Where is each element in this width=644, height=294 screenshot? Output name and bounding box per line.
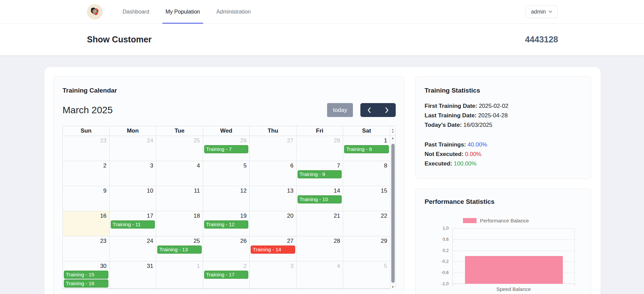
calendar-toolbar: March 2025 today xyxy=(62,103,396,117)
body-scrollbar[interactable]: ▲ ▼ xyxy=(390,136,396,289)
stat-value: 16/03/2025 xyxy=(463,122,492,128)
content-container: Training Calendar March 2025 today xyxy=(44,67,601,294)
performance-balance-bar[interactable] xyxy=(465,256,563,284)
calendar-event-training-7[interactable]: Training - 7 xyxy=(204,145,249,153)
day-cell-29[interactable]: 29 xyxy=(343,236,390,261)
main-nav: DashboardMy PopulationAdministration xyxy=(120,0,264,23)
calendar-scrollbar: ▲ ▼ ▲ ▼ xyxy=(390,126,396,289)
calendar-weekday-header: SunMonTueWedThuFriSat xyxy=(63,126,390,136)
day-cell-5[interactable]: 5 xyxy=(203,161,250,186)
header-scrollbar[interactable]: ▲ ▼ xyxy=(390,126,396,136)
day-cell-31[interactable]: 31 xyxy=(110,261,157,289)
legend-swatch xyxy=(463,218,477,223)
day-cell-19[interactable]: 19Training - 12 xyxy=(203,211,250,236)
calendar-month-title: March 2025 xyxy=(62,105,113,116)
day-cell-28[interactable]: 28 xyxy=(297,136,343,161)
day-cell-14[interactable]: 14Training - 10 xyxy=(297,186,343,211)
calendar-nav-group xyxy=(360,103,396,117)
calendar-buttons: today xyxy=(327,103,396,117)
day-cell-20[interactable]: 20 xyxy=(250,211,297,236)
calendar-grid: SunMonTueWedThuFriSat 23242526Training -… xyxy=(62,126,390,289)
day-number: 24 xyxy=(110,236,156,245)
day-cell-26[interactable]: 26Training - 7 xyxy=(203,136,250,161)
calendar-event-training-16[interactable]: Training - 16 xyxy=(64,279,108,288)
nav-item-administration[interactable]: Administration xyxy=(213,0,254,23)
day-number: 31 xyxy=(110,261,156,270)
day-number: 28 xyxy=(297,136,343,145)
calendar-event-training-9[interactable]: Training - 9 xyxy=(298,170,342,178)
gridline xyxy=(453,228,574,229)
day-cell-9[interactable]: 9 xyxy=(63,186,110,211)
calendar-event-training-10[interactable]: Training - 10 xyxy=(298,195,342,203)
day-cell-24[interactable]: 24 xyxy=(110,136,157,161)
nav-item-dashboard[interactable]: Dashboard xyxy=(120,0,152,23)
prev-month-button[interactable] xyxy=(360,103,378,117)
day-cell-25[interactable]: 25Training - 13 xyxy=(156,236,203,261)
scrollbar-thumb[interactable] xyxy=(391,144,395,283)
day-cell-30[interactable]: 30Training - 15Training - 16 xyxy=(63,261,110,289)
weekday-mon: Mon xyxy=(110,126,157,136)
scroll-down-icon[interactable]: ▼ xyxy=(390,286,395,289)
day-cell-10[interactable]: 10 xyxy=(110,186,157,211)
day-cell-21[interactable]: 21 xyxy=(297,211,343,236)
next-month-button[interactable] xyxy=(378,103,396,117)
day-cell-4[interactable]: 4 xyxy=(156,161,203,186)
day-number: 1 xyxy=(156,261,203,270)
day-cell-25[interactable]: 25 xyxy=(156,136,203,161)
day-cell-23[interactable]: 23 xyxy=(63,236,110,261)
day-cell-12[interactable]: 12 xyxy=(203,186,250,211)
day-cell-28[interactable]: 28 xyxy=(297,236,343,261)
today-button[interactable]: today xyxy=(327,103,353,117)
scroll-up-icon[interactable]: ▲ xyxy=(390,137,395,140)
user-menu-button[interactable]: admin xyxy=(525,5,558,18)
day-cell-6[interactable]: 6 xyxy=(250,161,297,186)
day-cell-22[interactable]: 22 xyxy=(343,211,390,236)
calendar-event-training-15[interactable]: Training - 15 xyxy=(64,271,108,279)
day-cell-2[interactable]: 2Training - 17 xyxy=(203,261,250,289)
performance-chart: 1,00,60,2-0,2-0,6-1,0 xyxy=(452,228,575,284)
day-cell-16[interactable]: 16 xyxy=(63,211,110,236)
day-cell-23[interactable]: 23 xyxy=(63,136,110,161)
calendar-event-training-14[interactable]: Training - 14 xyxy=(251,246,295,254)
day-cell-18[interactable]: 18 xyxy=(156,211,203,236)
day-cell-2[interactable]: 2 xyxy=(63,161,110,186)
day-cell-4[interactable]: 4 xyxy=(297,261,343,289)
day-number: 30 xyxy=(63,261,109,270)
day-cell-17[interactable]: 17Training - 11 xyxy=(110,211,157,236)
day-cell-26[interactable]: 26 xyxy=(203,236,250,261)
day-cell-24[interactable]: 24 xyxy=(110,236,157,261)
day-cell-7[interactable]: 7Training - 9 xyxy=(297,161,343,186)
day-number: 3 xyxy=(110,161,156,170)
calendar-event-training-11[interactable]: Training - 11 xyxy=(111,220,155,229)
day-number: 2 xyxy=(63,161,109,170)
calendar-event-training-12[interactable]: Training - 12 xyxy=(204,220,249,229)
calendar-event-training-17[interactable]: Training - 17 xyxy=(204,271,249,279)
stat-label: First Training Date: xyxy=(425,103,477,109)
nav-item-my-population[interactable]: My Population xyxy=(162,0,203,23)
day-cell-8[interactable]: 8 xyxy=(343,161,390,186)
day-number: 5 xyxy=(343,261,390,270)
day-number: 18 xyxy=(156,211,203,220)
day-number: 5 xyxy=(203,161,250,170)
stat-value: 2025-04-28 xyxy=(478,112,508,119)
day-number: 19 xyxy=(203,211,250,220)
app-logo-icon[interactable] xyxy=(87,4,103,20)
calendar-event-training-8[interactable]: Training - 8 xyxy=(344,145,389,153)
calendar-event-training-13[interactable]: Training - 13 xyxy=(157,246,202,254)
day-number: 10 xyxy=(110,186,156,195)
calendar-week-2: 234567Training - 98 xyxy=(63,161,390,186)
day-cell-1[interactable]: 1 xyxy=(156,261,203,289)
weekday-tue: Tue xyxy=(156,126,203,136)
day-cell-3[interactable]: 3 xyxy=(250,261,297,289)
day-cell-13[interactable]: 13 xyxy=(250,186,297,211)
stat-line-not-executed: Not Executed: 0.00% xyxy=(425,150,582,159)
day-cell-27[interactable]: 27Training - 14 xyxy=(250,236,297,261)
day-cell-11[interactable]: 11 xyxy=(156,186,203,211)
day-cell-5[interactable]: 5 xyxy=(343,261,390,289)
day-cell-15[interactable]: 15 xyxy=(343,186,390,211)
day-cell-27[interactable]: 27 xyxy=(250,136,297,161)
stat-label: Not Executed: xyxy=(425,151,463,157)
day-cell-3[interactable]: 3 xyxy=(110,161,157,186)
day-cell-1[interactable]: 1Training - 8 xyxy=(343,136,390,161)
scroll-down-icon: ▼ xyxy=(392,131,394,134)
